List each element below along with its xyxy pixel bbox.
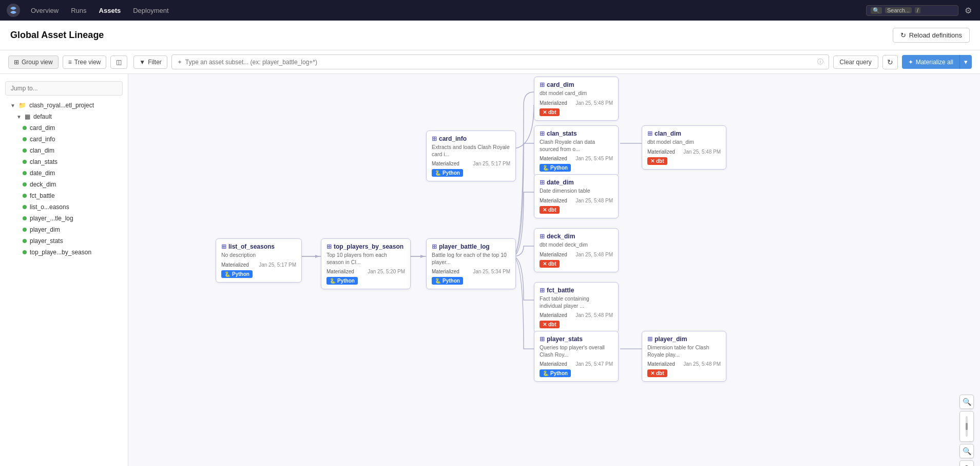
sidebar-item-card-dim[interactable]: card_dim [0, 122, 128, 134]
python-tag: 🐍 Python [221, 270, 253, 278]
status-dot [23, 171, 27, 175]
python-icon-2: 🐍 [330, 278, 336, 284]
sidebar-item-player-stats[interactable]: player_stats [0, 235, 128, 247]
python-icon-4: 🐍 [435, 170, 441, 176]
status-dot [23, 137, 27, 141]
node-player-dim[interactable]: ⊞ player_dim Dimension table for Clash R… [642, 331, 726, 382]
reload-definitions-button[interactable]: ↻ Reload definitions [893, 28, 970, 43]
dbt-icon-2: ✕ [650, 158, 655, 164]
sidebar: ▼ 📁 clash_royal...etl_project ▼ ▦ defaul… [0, 74, 128, 466]
dbt-tag-3: ✕ dbt [540, 206, 560, 214]
tree-view-button[interactable]: ≡ Tree view [63, 55, 107, 69]
sidebar-item-fct-battle[interactable]: fct_battle [0, 190, 128, 201]
info-icon: ⓘ [817, 58, 823, 66]
materialize-dropdown-button[interactable]: ▾ [959, 55, 972, 69]
status-dot [23, 160, 27, 164]
dbt-icon-4: ✕ [543, 261, 547, 267]
folder-icon: 📁 [18, 102, 26, 109]
python-tag-4: 🐍 Python [432, 169, 463, 177]
canvas-inner: ⊞ list_of_seasons No description Materia… [128, 74, 980, 466]
sidebar-item-top-players[interactable]: top_playe...by_season [0, 247, 128, 258]
sidebar-default-folder[interactable]: ▼ ▦ default [0, 111, 128, 122]
status-dot [23, 182, 27, 187]
sidebar-item-player-dim[interactable]: player_dim [0, 224, 128, 235]
collapse-button[interactable]: ◫ [110, 55, 127, 69]
python-tag-3: 🐍 Python [432, 277, 463, 285]
python-icon-5: 🐍 [543, 165, 549, 171]
materialize-icon: ✦ [908, 59, 913, 66]
table-icon-8: ⊞ [540, 179, 545, 186]
toolbar: ⊞ Group view ≡ Tree view ◫ ▼ Filter ✦ ⓘ … [0, 50, 980, 74]
node-player-stats[interactable]: ⊞ player_stats Queries top player's over… [534, 331, 619, 382]
clear-query-button[interactable]: Clear query [833, 55, 878, 69]
nav-overview[interactable]: Overview [27, 5, 63, 16]
table-icon: ⊞ [221, 243, 226, 250]
sidebar-item-clan-dim[interactable]: clan_dim [0, 145, 128, 156]
node-deck-dim[interactable]: ⊞ deck_dim dbt model deck_dim Materializ… [534, 228, 619, 272]
group-view-icon: ⊞ [14, 59, 19, 66]
jump-to-input[interactable] [5, 81, 123, 96]
tree-view-icon: ≡ [68, 59, 72, 66]
filter-icon: ▼ [139, 59, 145, 66]
node-list-of-seasons[interactable]: ⊞ list_of_seasons No description Materia… [216, 238, 302, 283]
dbt-tag-5: ✕ dbt [540, 321, 560, 328]
node-fct-battle[interactable]: ⊞ fct_battle Fact table containing indiv… [534, 282, 619, 333]
collapse-icon: ◫ [116, 59, 122, 66]
settings-icon[interactable]: ⚙ [963, 4, 974, 17]
table-icon-4: ⊞ [432, 135, 437, 142]
global-search[interactable]: 🔍 Search... / [866, 5, 958, 16]
nav-deployment[interactable]: Deployment [129, 5, 172, 16]
zoom-scroll-track[interactable] [959, 411, 974, 442]
sidebar-item-deck-dim[interactable]: deck_dim [0, 179, 128, 190]
zoom-fit-icon: ⊕ [964, 463, 970, 466]
asset-search-input[interactable] [185, 59, 814, 66]
table-icon-6: ⊞ [540, 130, 545, 137]
dbt-icon-5: ✕ [543, 322, 547, 327]
table-icon-5: ⊞ [540, 81, 545, 88]
sidebar-item-clan-stats[interactable]: clan_stats [0, 156, 128, 167]
zoom-out-button[interactable]: 🔍 [959, 444, 974, 458]
filter-button[interactable]: ▼ Filter [133, 55, 167, 69]
search-placeholder-text: Search... [885, 7, 912, 13]
materialize-all-group: ✦ Materialize all ▾ [902, 55, 972, 69]
sidebar-item-list-seasons[interactable]: list_o...easons [0, 201, 128, 213]
chevron-down-icon: ▼ [10, 103, 15, 108]
lineage-canvas[interactable]: ⊞ list_of_seasons No description Materia… [128, 74, 980, 466]
dbt-icon-6: ✕ [650, 370, 655, 376]
table-icon-9: ⊞ [540, 233, 545, 240]
zoom-fit-button[interactable]: ⊕ [959, 460, 974, 466]
materialize-all-button[interactable]: ✦ Materialize all [902, 55, 959, 69]
node-card-info[interactable]: ⊞ card_info Extracts and loads Clash Roy… [426, 131, 516, 181]
table-icon-2: ⊞ [326, 243, 332, 250]
table-icon-11: ⊞ [540, 335, 545, 343]
node-clan-dim[interactable]: ⊞ clan_dim dbt model clan_dim Materializ… [642, 125, 726, 170]
sidebar-item-player-battle-log[interactable]: player_...tle_log [0, 213, 128, 224]
python-tag-6: 🐍 Python [540, 369, 571, 377]
python-icon: 🐍 [224, 271, 230, 277]
sidebar-item-card-info[interactable]: card_info [0, 134, 128, 145]
dbt-tag-1: ✕ dbt [540, 108, 560, 116]
node-top-players-by-season[interactable]: ⊞ top_players_by_season Top 10 players f… [321, 238, 411, 289]
table-icon-12: ⊞ [647, 335, 652, 343]
zoom-out-icon: 🔍 [963, 447, 971, 455]
status-dot [23, 205, 27, 209]
dbt-tag-2: ✕ dbt [647, 157, 667, 165]
nav-runs[interactable]: Runs [67, 5, 90, 16]
chevron-down-icon-2: ▼ [16, 114, 22, 120]
node-date-dim[interactable]: ⊞ date_dim Date dimension table Material… [534, 174, 619, 218]
node-clan-stats[interactable]: ⊞ clan_stats Clash Royale clan data sour… [534, 125, 619, 176]
node-player-battle-log[interactable]: ⊞ player_battle_log Battle log for each … [426, 238, 516, 289]
page-header: Global Asset Lineage ↻ Reload definition… [0, 21, 980, 50]
nav-assets[interactable]: Assets [95, 5, 125, 16]
zoom-in-button[interactable]: 🔍 [959, 395, 974, 409]
main-layout: ▼ 📁 clash_royal...etl_project ▼ ▦ defaul… [0, 74, 980, 466]
svg-point-0 [7, 4, 20, 17]
sidebar-item-date-dim[interactable]: date_dim [0, 167, 128, 179]
asset-subset-search[interactable]: ✦ ⓘ [171, 54, 829, 69]
node-card-dim[interactable]: ⊞ card_dim dbt model card_dim Materializ… [534, 77, 619, 121]
python-icon-6: 🐍 [543, 370, 549, 376]
sidebar-project-root[interactable]: ▼ 📁 clash_royal...etl_project [0, 100, 128, 111]
dbt-tag-6: ✕ dbt [647, 369, 667, 377]
group-view-button[interactable]: ⊞ Group view [8, 55, 59, 69]
refresh-button[interactable]: ↻ [882, 55, 898, 69]
